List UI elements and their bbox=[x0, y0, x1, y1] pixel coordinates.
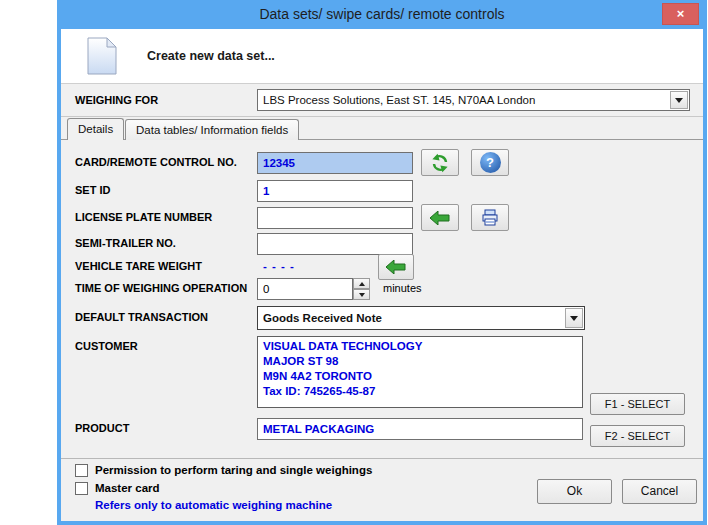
weighing-time-label: TIME OF WEIGHING OPERATION bbox=[75, 282, 247, 294]
tab-details[interactable]: Details bbox=[67, 118, 124, 140]
customer-label: CUSTOMER bbox=[75, 340, 138, 352]
master-card-checkbox[interactable] bbox=[75, 482, 88, 495]
product-input[interactable] bbox=[257, 418, 583, 440]
tare-weight-value: - - - - bbox=[263, 260, 295, 272]
product-label: PRODUCT bbox=[75, 422, 129, 434]
weighing-for-value: LBS Process Solutions, East ST. 145, N70… bbox=[263, 94, 667, 106]
weighing-time-stepper bbox=[353, 278, 370, 300]
card-no-label: CARD/REMOTE CONTROL NO. bbox=[75, 156, 237, 168]
refresh-button[interactable] bbox=[421, 149, 459, 176]
semi-trailer-input[interactable] bbox=[257, 233, 413, 255]
license-plate-input[interactable] bbox=[257, 207, 413, 229]
help-icon: ? bbox=[480, 152, 501, 173]
weighing-for-select[interactable]: LBS Process Solutions, East ST. 145, N70… bbox=[257, 89, 690, 111]
spin-down-button[interactable] bbox=[353, 289, 370, 300]
set-id-label: SET ID bbox=[75, 184, 110, 196]
cancel-button[interactable]: Cancel bbox=[622, 479, 697, 504]
weighing-for-label: WEIGHING FOR bbox=[75, 94, 158, 106]
weighing-time-unit: minutes bbox=[383, 282, 422, 294]
chevron-down-icon bbox=[570, 316, 578, 321]
help-button[interactable]: ? bbox=[471, 149, 509, 176]
weighing-for-dropdown-button[interactable] bbox=[670, 91, 688, 109]
weighing-for-section: WEIGHING FOR LBS Process Solutions, East… bbox=[61, 84, 703, 117]
license-plate-recall-button[interactable] bbox=[421, 204, 459, 231]
chevron-down-icon bbox=[675, 98, 683, 103]
customer-textarea[interactable]: VISUAL DATA TECHNOLOGY MAJOR ST 98 M9N 4… bbox=[257, 336, 583, 408]
product-select-button[interactable]: F2 - SELECT bbox=[590, 425, 685, 447]
default-transaction-select[interactable]: Goods Received Note bbox=[257, 306, 585, 330]
master-card-checkbox-label[interactable]: Master card bbox=[95, 482, 160, 494]
spin-up-button[interactable] bbox=[353, 278, 370, 289]
license-plate-label: LICENSE PLATE NUMBER bbox=[75, 211, 212, 223]
close-button[interactable]: × bbox=[662, 3, 699, 25]
chevron-down-icon bbox=[359, 293, 365, 297]
dialog-content: Create new data set... WEIGHING FOR LBS … bbox=[61, 29, 703, 521]
card-no-input[interactable] bbox=[257, 152, 413, 174]
set-id-input[interactable] bbox=[257, 180, 413, 202]
dialog-title: Data sets/ swipe cards/ remote controls bbox=[57, 6, 707, 22]
tab-bar: Details Data tables/ Information fields bbox=[61, 117, 703, 140]
new-document-icon bbox=[87, 37, 117, 75]
page-title: Create new data set... bbox=[147, 49, 275, 63]
default-transaction-dropdown-button[interactable] bbox=[565, 308, 583, 328]
footer-section: Permission to perform taring and single … bbox=[61, 458, 703, 521]
semi-trailer-label: SEMI-TRAILER NO. bbox=[75, 237, 176, 249]
green-left-arrow-icon bbox=[430, 211, 450, 225]
tare-weight-label: VEHICLE TARE WEIGHT bbox=[75, 260, 202, 272]
chevron-up-icon bbox=[359, 282, 365, 286]
print-button[interactable] bbox=[471, 204, 509, 231]
header-panel: Create new data set... bbox=[61, 29, 703, 84]
weighing-time-input[interactable] bbox=[257, 278, 353, 300]
master-card-note: Refers only to automatic weighing machin… bbox=[95, 499, 332, 511]
permission-checkbox[interactable] bbox=[75, 464, 88, 477]
tare-weight-recall-button[interactable] bbox=[378, 254, 414, 280]
tab-data-tables[interactable]: Data tables/ Information fields bbox=[125, 119, 299, 140]
ok-button[interactable]: Ok bbox=[537, 479, 612, 504]
default-transaction-value: Goods Received Note bbox=[263, 312, 562, 324]
refresh-icon bbox=[430, 153, 450, 173]
data-sets-dialog: Data sets/ swipe cards/ remote controls … bbox=[57, 0, 707, 525]
permission-checkbox-label[interactable]: Permission to perform taring and single … bbox=[95, 464, 372, 476]
close-icon: × bbox=[677, 6, 685, 21]
green-left-arrow-icon bbox=[386, 260, 406, 274]
customer-select-button[interactable]: F1 - SELECT bbox=[590, 393, 685, 415]
details-form: CARD/REMOTE CONTROL NO. ? SET ID LICENSE… bbox=[61, 140, 703, 458]
printer-icon bbox=[480, 209, 500, 227]
default-transaction-label: DEFAULT TRANSACTION bbox=[75, 311, 208, 323]
dialog-titlebar[interactable]: Data sets/ swipe cards/ remote controls … bbox=[57, 0, 707, 29]
